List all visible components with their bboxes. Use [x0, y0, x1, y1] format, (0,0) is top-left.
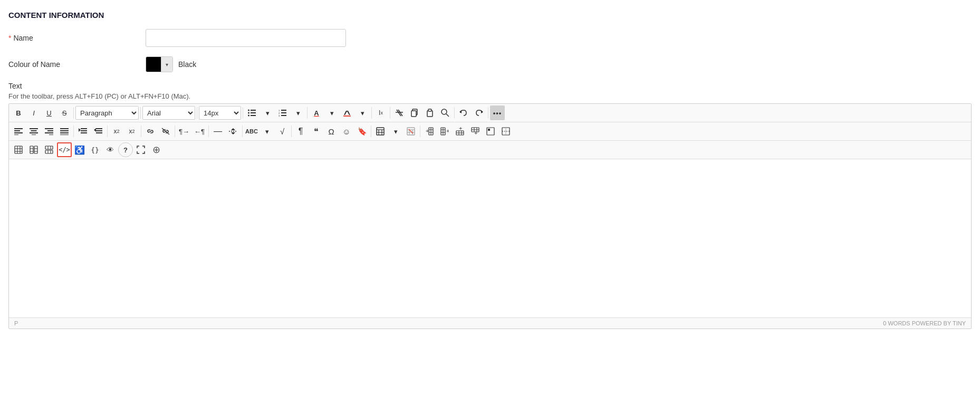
merge-cells-button[interactable]: [498, 124, 513, 139]
svg-text:3.: 3.: [278, 114, 280, 117]
preview-button[interactable]: 👁: [103, 142, 118, 157]
link-button[interactable]: [143, 124, 158, 139]
help-button[interactable]: ?: [118, 142, 133, 157]
table-row-before-button[interactable]: +: [453, 124, 467, 139]
special-chars-button[interactable]: Ω: [324, 124, 339, 139]
sep11: [107, 126, 108, 137]
sep3: [197, 107, 197, 119]
pilcrow-button[interactable]: ¶: [293, 124, 308, 139]
accessibility-button[interactable]: ♿: [72, 142, 87, 157]
table-dropdown[interactable]: ▾: [388, 124, 403, 139]
font-size-select[interactable]: 8px 10px 12px 14px 16px 18px 24px 36px: [199, 106, 241, 120]
redo-button[interactable]: [472, 105, 486, 120]
italic-button[interactable]: I: [26, 105, 41, 120]
svg-rect-104: [45, 150, 53, 153]
indent-button[interactable]: [75, 124, 90, 139]
rtl-button[interactable]: ←¶: [192, 124, 207, 139]
fullscreen-button[interactable]: [133, 142, 148, 157]
bold-button[interactable]: B: [11, 105, 26, 120]
blockquote-button[interactable]: ❝: [309, 124, 323, 139]
svg-rect-41: [81, 130, 87, 131]
svg-rect-95: [30, 146, 33, 153]
table-cell-props-button[interactable]: [483, 124, 498, 139]
text-label: Text: [8, 82, 972, 90]
unordered-list-dropdown[interactable]: ▾: [260, 105, 275, 120]
cut-button[interactable]: [392, 105, 407, 120]
svg-line-21: [446, 114, 449, 117]
delete-table-button[interactable]: [403, 124, 418, 139]
table-col-before-button[interactable]: +: [422, 124, 437, 139]
svg-rect-29: [31, 130, 37, 131]
svg-rect-34: [45, 132, 53, 133]
name-input[interactable]: [146, 29, 346, 47]
template-button[interactable]: {}: [88, 142, 102, 157]
strikethrough-button[interactable]: S: [57, 105, 72, 120]
font-family-select[interactable]: Arial Times New Roman Courier New: [142, 106, 195, 120]
hr-button[interactable]: —: [210, 124, 225, 139]
align-justify-button[interactable]: [57, 124, 72, 139]
sep9: [488, 107, 488, 119]
table-col-after-button[interactable]: +: [437, 124, 452, 139]
sep10: [73, 126, 74, 137]
toolbar-row-2: x2 x2 ¶→ ←¶ — ABC ▾ √ ¶ ❝ Ω ☺ 🔖 ▾: [9, 122, 971, 141]
math-button[interactable]: √: [275, 124, 290, 139]
svg-marker-43: [79, 128, 81, 132]
table-button[interactable]: [373, 124, 388, 139]
ordered-list-button[interactable]: 1.2.3.: [275, 105, 290, 120]
pagebreak-button[interactable]: [226, 124, 241, 139]
table-row-after-button[interactable]: +: [468, 124, 483, 139]
paragraph-format-select[interactable]: Paragraph Heading 1 Heading 2 Heading 3: [75, 106, 139, 120]
underline-button[interactable]: U: [42, 105, 56, 120]
highlight-button[interactable]: [340, 105, 354, 120]
outdent-button[interactable]: [91, 124, 105, 139]
svg-text:+: +: [459, 127, 462, 131]
insert-table-btn3[interactable]: [42, 142, 56, 157]
source-code-button[interactable]: </>: [57, 142, 72, 157]
emoji-button[interactable]: ☺: [339, 124, 354, 139]
toolbar-row-1: B I U S Paragraph Heading 1 Heading 2 He…: [9, 104, 971, 122]
undo-button[interactable]: [456, 105, 471, 120]
unordered-list-button[interactable]: [245, 105, 260, 120]
sep7: [390, 107, 390, 119]
spellcheck-dropdown[interactable]: ▾: [260, 124, 274, 139]
text-color-button[interactable]: A: [309, 105, 324, 120]
paste-button[interactable]: [422, 105, 437, 120]
superscript-button[interactable]: x2: [109, 124, 124, 139]
svg-rect-12: [343, 115, 351, 117]
svg-rect-31: [32, 134, 36, 135]
align-right-button[interactable]: [42, 124, 56, 139]
text-color-dropdown[interactable]: ▾: [324, 105, 339, 120]
svg-rect-39: [60, 134, 69, 135]
insert-table-grid-button[interactable]: [11, 142, 26, 157]
svg-rect-27: [14, 134, 18, 135]
subscript-button[interactable]: x2: [124, 124, 139, 139]
add-button[interactable]: ⊕: [149, 142, 164, 157]
svg-rect-36: [60, 128, 69, 129]
more-options-button[interactable]: •••: [490, 105, 505, 120]
svg-rect-0: [251, 110, 256, 111]
sep13: [175, 126, 175, 137]
ordered-list-dropdown[interactable]: ▾: [291, 105, 305, 120]
svg-marker-23: [481, 110, 483, 113]
unlink-button[interactable]: [158, 124, 173, 139]
align-left-button[interactable]: [11, 124, 26, 139]
copy-button[interactable]: [407, 105, 422, 120]
section-title: CONTENT INFORMATION: [8, 11, 972, 20]
insert-table-btn2[interactable]: [26, 142, 41, 157]
align-center-button[interactable]: [26, 124, 41, 139]
highlight-dropdown[interactable]: ▾: [355, 105, 370, 120]
anchor-button[interactable]: 🔖: [354, 124, 369, 139]
svg-marker-53: [231, 132, 235, 134]
clear-format-button[interactable]: Ix: [373, 105, 388, 120]
editor-area[interactable]: [9, 159, 971, 317]
sep14: [208, 126, 209, 137]
ltr-button[interactable]: ¶→: [177, 124, 191, 139]
sep8: [454, 107, 455, 119]
svg-rect-19: [428, 109, 431, 111]
spellcheck-button[interactable]: ABC: [244, 124, 259, 139]
svg-marker-47: [94, 128, 96, 132]
svg-rect-24: [14, 128, 23, 129]
editor-statusbar: P 0 WORDS POWERED BY TINY: [9, 317, 971, 329]
colour-picker-button[interactable]: ▾: [146, 56, 173, 72]
find-button[interactable]: [438, 105, 453, 120]
